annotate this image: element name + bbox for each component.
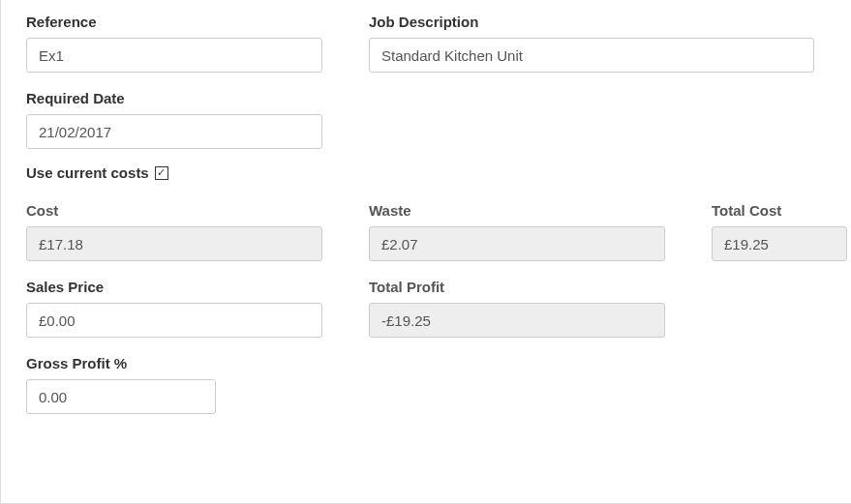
gross-profit-group: Gross Profit % (26, 355, 216, 414)
use-current-costs-checkbox[interactable]: ✓ (155, 166, 168, 180)
total-profit-label: Total Profit (369, 279, 665, 295)
row-gross-profit: Gross Profit % (26, 355, 851, 414)
waste-group: Waste (369, 202, 665, 261)
waste-label: Waste (369, 202, 665, 219)
use-current-costs-label: Use current costs (26, 164, 149, 181)
waste-input (369, 226, 665, 261)
row-required-date: Required Date (26, 90, 851, 149)
cost-label: Cost (26, 202, 322, 219)
total-cost-group: Total Cost (712, 202, 847, 261)
row-cost-waste-total: Cost Waste Total Cost (26, 202, 851, 261)
sales-price-group: Sales Price (26, 279, 322, 338)
job-description-label: Job Description (369, 14, 851, 30)
reference-group: Reference (26, 14, 322, 73)
sales-price-label: Sales Price (26, 279, 322, 295)
gross-profit-label: Gross Profit % (26, 355, 216, 371)
total-profit-group: Total Profit (369, 279, 665, 338)
required-date-label: Required Date (26, 90, 322, 106)
row-reference-description: Reference Job Description (26, 14, 851, 73)
form-panel: Reference Job Description Required Date … (0, 0, 851, 504)
job-description-input[interactable] (369, 38, 814, 73)
total-cost-input (712, 226, 847, 261)
gross-profit-input[interactable] (26, 379, 216, 414)
required-date-input[interactable] (26, 114, 322, 149)
sales-price-input[interactable] (26, 303, 322, 338)
total-profit-input (369, 303, 665, 338)
row-salesprice-totalprofit: Sales Price Total Profit (26, 279, 851, 338)
total-cost-label: Total Cost (712, 202, 847, 219)
reference-input[interactable] (26, 38, 322, 73)
job-description-group: Job Description (369, 14, 851, 73)
cost-input (26, 226, 322, 261)
use-current-costs-row: Use current costs ✓ (26, 164, 851, 181)
reference-label: Reference (26, 14, 322, 30)
cost-group: Cost (26, 202, 322, 261)
required-date-group: Required Date (26, 90, 322, 149)
